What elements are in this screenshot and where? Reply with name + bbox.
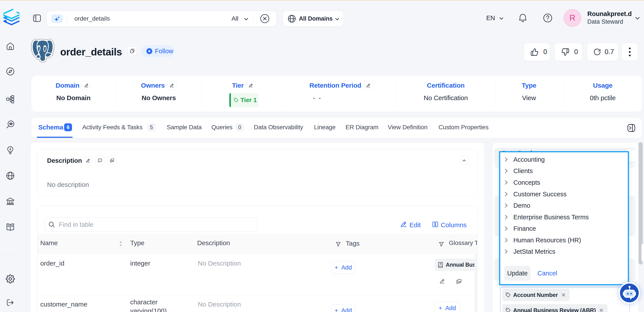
svg-text:?: ? [99, 159, 100, 162]
